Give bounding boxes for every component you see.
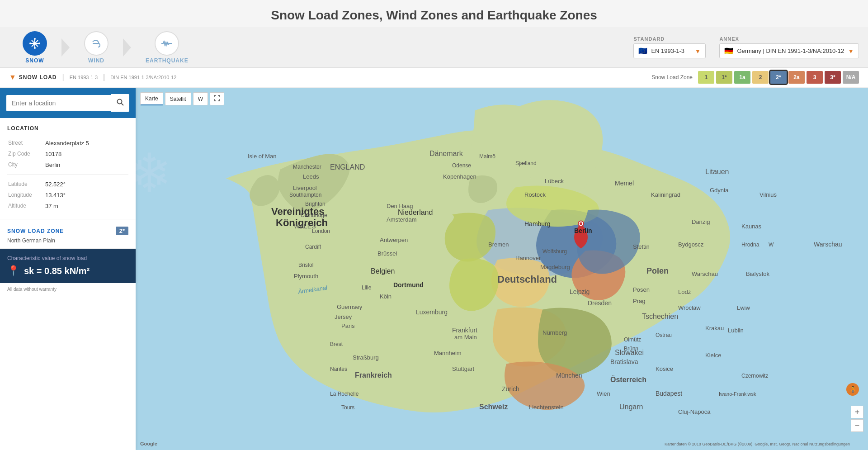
zone-chip-2star[interactable]: 2* <box>770 71 787 84</box>
svg-text:Nürnberg: Nürnberg <box>542 329 567 336</box>
svg-text:Lublin: Lublin <box>728 327 744 334</box>
formula-text: sk = 0.85 kN/m² <box>24 266 90 276</box>
snow-icon-circle <box>23 31 47 56</box>
svg-text:Tschechien: Tschechien <box>642 313 678 320</box>
svg-text:Lwiw: Lwiw <box>737 304 750 311</box>
svg-text:Dresden: Dresden <box>588 299 612 307</box>
svg-text:Dänemark: Dänemark <box>429 150 463 157</box>
svg-text:Brighton: Brighton <box>305 201 326 207</box>
zone-chip-1a[interactable]: 1a <box>734 71 750 84</box>
svg-text:Leipzig: Leipzig <box>570 288 590 295</box>
svg-text:Wolfsburg: Wolfsburg <box>542 248 567 255</box>
zone-chip-1star[interactable]: 1* <box>716 71 732 84</box>
annex-select[interactable]: 🇩🇪 Germany | DIN EN 1991-1-3/NA:2010-12 … <box>719 43 859 58</box>
search-bar <box>0 88 136 118</box>
svg-text:Danzig: Danzig <box>692 218 710 225</box>
svg-text:Jersey: Jersey <box>335 313 352 320</box>
snow-tab-label: SNOW <box>25 57 44 64</box>
svg-text:Iwano-Frankiwsk: Iwano-Frankiwsk <box>719 391 756 397</box>
wind-tab-label: WIND <box>88 57 104 64</box>
lng-label: Longitude <box>8 190 44 200</box>
svg-text:Wien: Wien <box>597 390 610 397</box>
street-row: Street Alexanderplatz 5 <box>8 138 127 148</box>
svg-text:Österreich: Österreich <box>610 375 646 384</box>
search-input[interactable] <box>6 95 111 111</box>
search-button[interactable] <box>111 94 129 112</box>
map-view-karte[interactable]: Karte <box>140 92 163 105</box>
annex-group: ANNEX 🇩🇪 Germany | DIN EN 1991-1-3/NA:20… <box>719 36 859 58</box>
navbar: SNOW WIND EARTHQUAKE <box>0 27 868 68</box>
svg-text:Berlin: Berlin <box>574 227 592 234</box>
zone-chip-3[interactable]: 3 <box>807 71 823 84</box>
svg-text:Lübeck: Lübeck <box>545 178 564 185</box>
city-label: City <box>8 160 44 170</box>
zone-legend-label: Snow Load Zone <box>651 74 693 81</box>
svg-text:Tours: Tours <box>341 404 354 411</box>
page-title: Snow Load Zones, Wind Zones and Earthqua… <box>0 8 868 23</box>
map-background[interactable]: ❄ <box>136 88 868 450</box>
svg-text:Olmütz: Olmütz <box>624 336 641 343</box>
svg-text:Ostrau: Ostrau <box>656 332 672 338</box>
svg-text:Bialystok: Bialystok <box>746 270 770 277</box>
zoom-out-button[interactable]: − <box>851 419 863 432</box>
svg-text:Köln: Köln <box>380 293 392 300</box>
svg-text:Frankreich: Frankreich <box>355 371 392 379</box>
svg-text:Schweiz: Schweiz <box>479 403 508 411</box>
svg-text:Antwerpen: Antwerpen <box>380 237 408 243</box>
zone-bar-standard: EN 1993-1-3 <box>70 75 98 80</box>
map-view-w[interactable]: W <box>193 92 208 105</box>
snow-zone-value: 2* <box>116 227 128 235</box>
svg-text:Warschau: Warschau <box>814 241 842 248</box>
city-row: City Berlin <box>8 160 127 170</box>
svg-text:Stuttgart: Stuttgart <box>452 365 475 372</box>
svg-point-14 <box>580 223 582 225</box>
svg-text:Guernsey: Guernsey <box>337 303 363 310</box>
svg-text:Plymouth: Plymouth <box>294 273 318 279</box>
zone-legend: Snow Load Zone 1 1* 1a 2 2* 2a 3 3* N/A <box>651 71 859 84</box>
svg-text:Nantes: Nantes <box>330 366 347 372</box>
svg-text:Vilnius: Vilnius <box>760 191 777 198</box>
svg-text:Paris: Paris <box>341 322 355 329</box>
earthquake-tab-label: EARTHQUAKE <box>146 57 189 64</box>
zone-chip-1[interactable]: 1 <box>698 71 714 84</box>
alt-label: Altitude <box>8 201 44 211</box>
svg-text:Hannover: Hannover <box>515 255 541 261</box>
snow-load-badge: ▼ SNOW LOAD | EN 1993-1-3 | DIN EN 1991-… <box>9 73 176 81</box>
svg-text:Manchester: Manchester <box>293 164 321 170</box>
standard-label: STANDARD <box>633 36 706 42</box>
svg-text:Frankfurt: Frankfurt <box>452 327 477 334</box>
snow-down-arrow-icon: ▼ <box>9 73 16 81</box>
standard-select[interactable]: 🇪🇺 EN 1993-1-3 ▼ <box>633 43 706 58</box>
snow-icon <box>28 37 41 50</box>
zone-chip-2[interactable]: 2 <box>752 71 769 84</box>
city-value: Berlin <box>45 160 127 170</box>
street-value: Alexanderplatz 5 <box>45 138 127 148</box>
map-controls: Karte Satellit W <box>140 92 224 105</box>
svg-text:Zürich: Zürich <box>502 385 519 393</box>
wind-icon-circle <box>84 31 108 56</box>
map-view-satellit[interactable]: Satellit <box>165 92 191 105</box>
tab-earthquake[interactable]: EARTHQUAKE <box>132 27 202 68</box>
zone-chip-3star[interactable]: 3* <box>825 71 841 84</box>
svg-text:Belgien: Belgien <box>371 267 395 275</box>
location-divider <box>7 174 128 175</box>
tab-wind[interactable]: WIND <box>71 27 122 68</box>
svg-text:Wroclaw: Wroclaw <box>678 304 701 311</box>
zone-bar-annex: DIN EN 1991-1-3/NA:2010-12 <box>110 75 176 80</box>
map-fullscreen-btn[interactable] <box>210 92 224 105</box>
snow-zone-section: SNOW LOAD ZONE 2* North German Plain <box>0 219 136 249</box>
svg-point-7 <box>29 43 31 44</box>
main-layout: LOCATION Street Alexanderplatz 5 Zip Cod… <box>0 88 868 450</box>
svg-text:Brünn: Brünn <box>624 346 638 352</box>
zone-chip-na[interactable]: N/A <box>843 71 859 84</box>
svg-text:Kaliningrad: Kaliningrad <box>651 191 680 198</box>
street-label: Street <box>8 138 44 148</box>
zone-chip-2a[interactable]: 2a <box>788 71 805 84</box>
location-table: Street Alexanderplatz 5 Zip Code 10178 C… <box>7 137 128 171</box>
tab-snow[interactable]: SNOW <box>9 27 61 68</box>
earthquake-icon <box>160 37 173 50</box>
zoom-in-button[interactable]: + <box>851 406 863 418</box>
svg-text:Amsterdam: Amsterdam <box>387 216 416 223</box>
svg-text:Litauen: Litauen <box>705 168 729 175</box>
street-view-icon[interactable]: 🧍 <box>846 383 859 396</box>
